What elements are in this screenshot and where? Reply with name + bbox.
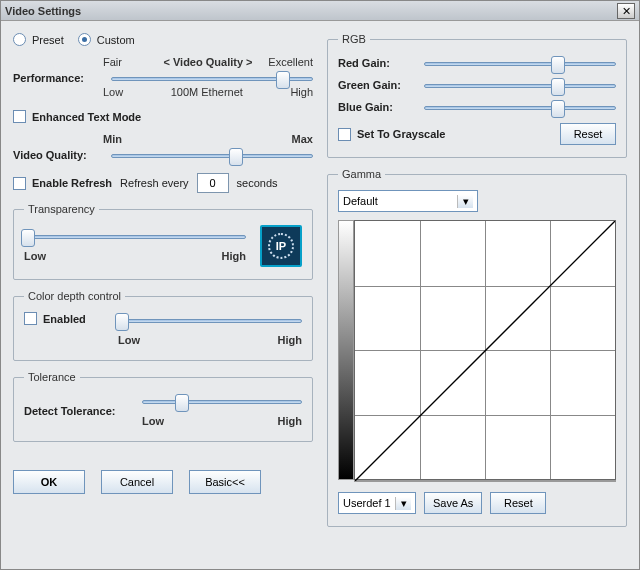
green-gain-slider[interactable] <box>424 77 616 93</box>
perf-scale-fair: Fair <box>103 56 122 68</box>
titlebar: Video Settings ✕ <box>1 1 639 21</box>
blue-gain-label: Blue Gain: <box>338 101 416 113</box>
color-depth-legend: Color depth control <box>24 290 125 302</box>
video-quality-label: Video Quality: <box>13 149 103 161</box>
performance-slider[interactable] <box>111 70 313 86</box>
gamma-group: Gamma Default ▾ <box>327 168 627 527</box>
color-depth-group: Color depth control Enabled Low High <box>13 290 313 361</box>
video-quality-block: Min Max Video Quality: <box>13 133 313 163</box>
enhanced-text-label: Enhanced Text Mode <box>32 111 141 123</box>
tolerance-label: Detect Tolerance: <box>24 405 134 417</box>
performance-block: Fair < Video Quality > Excellent Perform… <box>13 56 313 100</box>
red-gain-slider[interactable] <box>424 55 616 71</box>
right-column: RGB Red Gain: Green Gain: Blue Gain: S <box>327 33 627 527</box>
custom-radio[interactable]: Custom <box>78 33 135 46</box>
refresh-value-input[interactable]: 0 <box>197 173 229 193</box>
color-depth-low: Low <box>118 334 140 346</box>
ip-badge-icon: IP <box>260 225 302 267</box>
gamma-save-as-button[interactable]: Save As <box>424 492 482 514</box>
color-depth-enabled-label: Enabled <box>43 313 86 325</box>
cancel-button[interactable]: Cancel <box>101 470 173 494</box>
chevron-down-icon: ▾ <box>395 497 411 510</box>
mode-row: Preset Custom <box>13 33 313 46</box>
preset-radio[interactable]: Preset <box>13 33 64 46</box>
enable-refresh-label: Enable Refresh <box>32 177 112 189</box>
preset-label: Preset <box>32 34 64 46</box>
gamma-diagonal-line <box>355 221 615 481</box>
perf-tick-mid: 100M Ethernet <box>171 86 243 98</box>
vq-max: Max <box>292 133 313 145</box>
perf-tick-low: Low <box>103 86 123 98</box>
blue-gain-slider[interactable] <box>424 99 616 115</box>
checkbox-icon <box>13 177 26 190</box>
basic-button[interactable]: Basic<< <box>189 470 261 494</box>
custom-label: Custom <box>97 34 135 46</box>
color-depth-high: High <box>278 334 302 346</box>
grayscale-checkbox[interactable]: Set To Grayscale <box>338 128 445 141</box>
gamma-userdef-value: Userdef 1 <box>343 497 395 509</box>
left-column: Preset Custom Fair < Video Quality > Exc… <box>13 33 313 527</box>
gamma-curve[interactable] <box>354 220 616 480</box>
tolerance-low: Low <box>142 415 164 427</box>
perf-tick-high: High <box>290 86 313 98</box>
tolerance-group: Tolerance Detect Tolerance: Low High <box>13 371 313 442</box>
green-gain-label: Green Gain: <box>338 79 416 91</box>
content: Preset Custom Fair < Video Quality > Exc… <box>1 21 639 539</box>
color-depth-slider[interactable] <box>118 312 302 328</box>
radio-icon <box>78 33 91 46</box>
gamma-userdef-select[interactable]: Userdef 1 ▾ <box>338 492 416 514</box>
vq-min: Min <box>103 133 122 145</box>
refresh-row: Enable Refresh Refresh every 0 seconds <box>13 173 313 193</box>
tolerance-slider[interactable] <box>142 393 302 409</box>
rgb-legend: RGB <box>338 33 370 45</box>
gamma-curve-area <box>338 220 616 480</box>
transparency-slider[interactable] <box>24 228 246 244</box>
tolerance-legend: Tolerance <box>24 371 80 383</box>
refresh-every-label: Refresh every <box>120 177 188 189</box>
bottom-buttons: OK Cancel Basic<< <box>13 470 313 494</box>
chevron-down-icon: ▾ <box>457 195 473 208</box>
checkbox-icon <box>338 128 351 141</box>
tolerance-high: High <box>278 415 302 427</box>
radio-icon <box>13 33 26 46</box>
svg-line-0 <box>355 221 615 481</box>
gamma-preset-select[interactable]: Default ▾ <box>338 190 478 212</box>
red-gain-label: Red Gain: <box>338 57 416 69</box>
checkbox-icon <box>13 110 26 123</box>
video-quality-header: < Video Quality > <box>163 56 252 68</box>
transparency-low: Low <box>24 250 46 262</box>
enable-refresh-checkbox[interactable]: Enable Refresh <box>13 177 112 190</box>
transparency-group: Transparency Low High IP <box>13 203 313 280</box>
transparency-high: High <box>222 250 246 262</box>
gamma-vgradient <box>338 220 354 480</box>
color-depth-enabled-checkbox[interactable]: Enabled <box>24 312 104 325</box>
ok-button[interactable]: OK <box>13 470 85 494</box>
video-settings-window: Video Settings ✕ Preset Custom Fair <box>0 0 640 570</box>
checkbox-icon <box>24 312 37 325</box>
video-quality-slider[interactable] <box>111 147 313 163</box>
refresh-unit: seconds <box>237 177 278 189</box>
enhanced-text-checkbox[interactable]: Enhanced Text Mode <box>13 110 313 123</box>
rgb-reset-button[interactable]: Reset <box>560 123 616 145</box>
gamma-button-row: Userdef 1 ▾ Save As Reset <box>338 492 616 514</box>
transparency-legend: Transparency <box>24 203 99 215</box>
gamma-preset-value: Default <box>343 195 457 207</box>
performance-label: Performance: <box>13 72 103 84</box>
close-icon[interactable]: ✕ <box>617 3 635 19</box>
gamma-reset-button[interactable]: Reset <box>490 492 546 514</box>
rgb-group: RGB Red Gain: Green Gain: Blue Gain: S <box>327 33 627 158</box>
gamma-legend: Gamma <box>338 168 385 180</box>
grayscale-label: Set To Grayscale <box>357 128 445 140</box>
window-title: Video Settings <box>5 5 617 17</box>
perf-scale-excellent: Excellent <box>268 56 313 68</box>
